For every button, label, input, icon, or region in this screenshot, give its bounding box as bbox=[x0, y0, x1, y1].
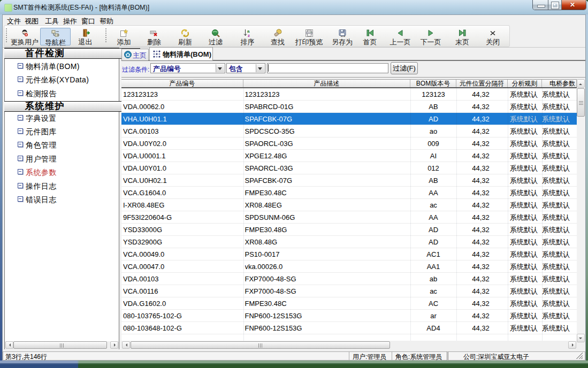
svg-text:z: z bbox=[248, 33, 250, 37]
